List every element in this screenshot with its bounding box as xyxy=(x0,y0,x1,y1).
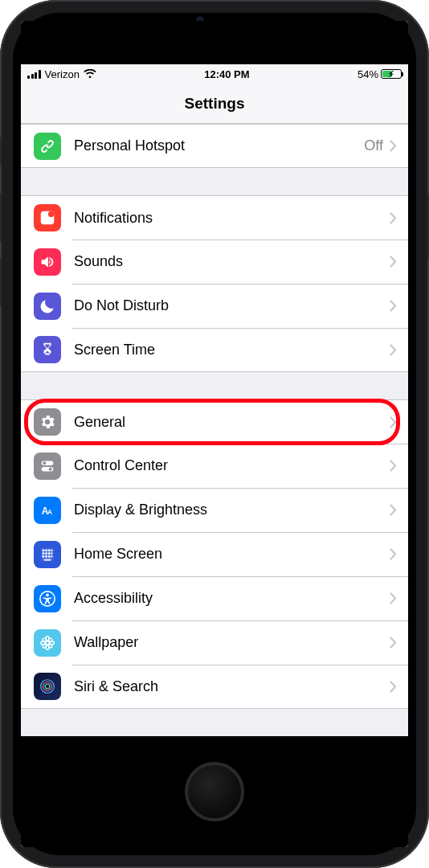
svg-rect-21 xyxy=(43,559,51,560)
chevron-right-icon xyxy=(390,212,397,224)
chevron-right-icon xyxy=(390,416,397,428)
settings-row-control-center[interactable]: Control Center xyxy=(21,444,408,488)
settings-row-personal-hotspot[interactable]: Personal HotspotOff xyxy=(21,124,408,168)
svg-rect-16 xyxy=(51,552,53,555)
page-title: Settings xyxy=(21,84,408,124)
settings-row-siri-search[interactable]: Siri & Search xyxy=(21,665,408,709)
chevron-right-icon xyxy=(390,504,397,516)
svg-text:A: A xyxy=(47,508,52,515)
link-icon xyxy=(34,133,61,160)
chevron-right-icon xyxy=(390,344,397,356)
chevron-right-icon xyxy=(390,592,397,604)
svg-rect-20 xyxy=(51,555,53,557)
accessibility-icon xyxy=(34,585,61,612)
row-label: Personal Hotspot xyxy=(74,137,364,154)
svg-rect-18 xyxy=(45,555,47,557)
row-label: Home Screen xyxy=(74,546,390,563)
settings-row-display-brightness[interactable]: AADisplay & Brightness xyxy=(21,488,408,532)
volume-up-button xyxy=(0,193,2,243)
svg-point-30 xyxy=(48,638,51,641)
svg-point-31 xyxy=(43,644,46,647)
svg-point-29 xyxy=(43,638,46,641)
text-size-icon: AA xyxy=(34,497,61,524)
row-label: Accessibility xyxy=(74,590,390,607)
svg-rect-9 xyxy=(43,549,45,551)
svg-point-5 xyxy=(49,467,52,470)
home-button[interactable] xyxy=(185,762,244,821)
chevron-right-icon xyxy=(390,460,397,472)
svg-point-32 xyxy=(48,644,51,647)
settings-row-screen-time[interactable]: Screen Time xyxy=(21,328,408,372)
gear-icon xyxy=(34,408,61,436)
row-label: Notifications xyxy=(74,210,390,227)
row-label: Display & Brightness xyxy=(74,502,390,518)
svg-rect-14 xyxy=(45,552,47,555)
chevron-right-icon xyxy=(390,140,397,152)
settings-row-do-not-disturb[interactable]: Do Not Disturb xyxy=(21,284,408,328)
row-label: Control Center xyxy=(74,457,390,474)
row-label: Siri & Search xyxy=(74,678,390,695)
svg-rect-11 xyxy=(48,549,51,551)
row-label: General xyxy=(74,414,390,431)
battery-icon: ⚡︎ xyxy=(381,69,402,79)
row-label: Wallpaper xyxy=(74,634,390,651)
settings-row-sounds[interactable]: Sounds xyxy=(21,240,408,284)
flower-icon xyxy=(34,629,61,657)
svg-rect-17 xyxy=(43,555,45,557)
battery-percentage: 54% xyxy=(358,68,378,80)
siri-icon xyxy=(34,673,61,700)
clock: 12:40 PM xyxy=(204,68,249,80)
svg-point-1 xyxy=(48,211,54,217)
chevron-right-icon xyxy=(390,300,397,312)
svg-rect-10 xyxy=(45,549,47,551)
chevron-right-icon xyxy=(390,548,397,560)
svg-rect-15 xyxy=(48,552,51,555)
svg-rect-13 xyxy=(43,552,45,555)
moon-icon xyxy=(34,293,61,320)
settings-row-general[interactable]: General xyxy=(21,399,408,444)
settings-list[interactable]: Personal HotspotOffNotificationsSoundsDo… xyxy=(21,124,408,736)
settings-row-wallpaper[interactable]: Wallpaper xyxy=(21,620,408,665)
svg-point-34 xyxy=(43,682,52,691)
hourglass-icon xyxy=(34,336,61,363)
speaker-icon xyxy=(34,248,61,276)
carrier-label: Verizon xyxy=(45,68,80,80)
row-value: Off xyxy=(364,137,383,154)
notification-icon xyxy=(34,204,61,231)
settings-row-notifications[interactable]: Notifications xyxy=(21,195,408,240)
row-label: Screen Time xyxy=(74,342,390,358)
phone-frame: Verizon 12:40 PM 54% ⚡︎ Settings Perso xyxy=(0,0,429,868)
svg-point-23 xyxy=(46,593,49,596)
chevron-right-icon xyxy=(390,637,397,649)
svg-point-3 xyxy=(43,461,46,465)
signal-icon xyxy=(27,70,41,79)
settings-row-accessibility[interactable]: Accessibility xyxy=(21,576,408,620)
row-label: Do Not Disturb xyxy=(74,297,390,314)
chevron-right-icon xyxy=(390,256,397,268)
mute-switch xyxy=(0,137,2,166)
svg-point-35 xyxy=(45,684,50,689)
wifi-icon xyxy=(84,69,96,79)
svg-rect-19 xyxy=(48,555,51,557)
row-label: Sounds xyxy=(74,253,390,270)
toggles-icon xyxy=(34,452,61,480)
grid-icon xyxy=(34,541,61,568)
chevron-right-icon xyxy=(390,681,397,693)
svg-rect-12 xyxy=(51,549,53,551)
svg-point-24 xyxy=(46,641,49,644)
status-bar: Verizon 12:40 PM 54% ⚡︎ xyxy=(21,64,408,84)
volume-down-button xyxy=(0,257,2,307)
settings-row-home-screen[interactable]: Home Screen xyxy=(21,532,408,576)
